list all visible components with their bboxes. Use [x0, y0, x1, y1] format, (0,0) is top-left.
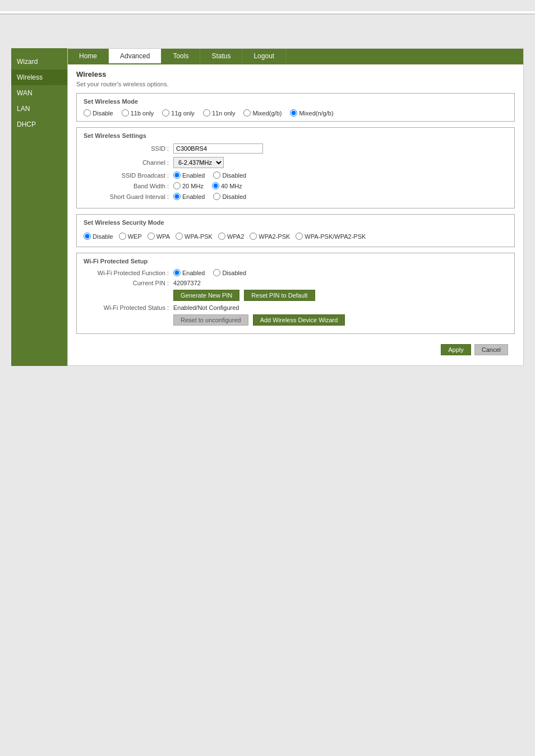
wps-function-label: Wi-Fi Protected Function :: [84, 270, 173, 276]
ssid-label: SSID :: [84, 145, 173, 152]
wps-enabled[interactable]: Enabled: [173, 269, 205, 276]
ssid-row: SSID :: [84, 143, 508, 154]
channel-label: Channel :: [84, 159, 173, 166]
current-pin-value: 42097372: [173, 280, 201, 286]
ssid-broadcast-enabled[interactable]: Enabled: [173, 171, 205, 179]
sec-wpa2[interactable]: WPA2: [218, 233, 244, 240]
sidebar-item-wizard[interactable]: Wizard: [11, 54, 67, 69]
pin-buttons-row: Generate New PIN Reset PIN to Default: [84, 290, 508, 301]
sidebar: Wizard Wireless WAN LAN DHCP: [11, 48, 67, 366]
wps-status-label: Wi-Fi Protected Status :: [84, 304, 173, 311]
cancel-button[interactable]: Cancel: [474, 344, 508, 355]
security-mode-box: Set Wireless Security Mode Disable WEP W…: [76, 214, 515, 247]
ssid-broadcast-row: SSID Broadcast : Enabled Disabled: [84, 171, 508, 179]
pin-buttons-group: Generate New PIN Reset PIN to Default: [173, 290, 315, 301]
wireless-settings-legend: Set Wireless Settings: [84, 132, 508, 139]
band-width-group: 20 MHz 40 MHz: [173, 182, 242, 189]
short-guard-row: Short Guard Interval : Enabled Disabled: [84, 193, 508, 200]
sec-wpa-wpa2-psk[interactable]: WPA-PSK/WPA2-PSK: [296, 233, 366, 240]
wps-function-group: Enabled Disabled: [173, 269, 246, 276]
sec-disable[interactable]: Disable: [84, 233, 113, 240]
top-bar: [0, 11, 535, 15]
security-mode-group: Disable WEP WPA WPA-PSK WPA2: [84, 230, 508, 242]
short-guard-label: Short Guard Interval :: [84, 193, 173, 200]
ssid-broadcast-group: Enabled Disabled: [173, 171, 246, 179]
sidebar-item-dhcp[interactable]: DHCP: [11, 117, 67, 132]
generate-pin-button[interactable]: Generate New PIN: [173, 290, 239, 301]
section-title: Wireless: [76, 70, 515, 78]
wireless-settings-box: Set Wireless Settings SSID : Channel : 6…: [76, 127, 515, 208]
sidebar-item-lan[interactable]: LAN: [11, 101, 67, 117]
wireless-mode-box: Set Wireless Mode Disable 11b only 11g o…: [76, 93, 515, 122]
tab-logout[interactable]: Logout: [242, 49, 286, 63]
mode-11n[interactable]: 11n only: [203, 109, 236, 117]
mode-disable[interactable]: Disable: [84, 109, 113, 117]
sec-wep[interactable]: WEP: [119, 233, 142, 240]
reset-pin-button[interactable]: Reset PIN to Default: [244, 290, 315, 301]
tab-tools[interactable]: Tools: [162, 49, 200, 63]
mode-mixed-ngb[interactable]: Mixed(n/g/b): [290, 109, 333, 117]
apply-button[interactable]: Apply: [441, 344, 471, 355]
wps-disabled[interactable]: Disabled: [213, 269, 246, 276]
wps-function-row: Wi-Fi Protected Function : Enabled Disab…: [84, 269, 508, 276]
wireless-mode-legend: Set Wireless Mode: [84, 98, 508, 105]
channel-select[interactable]: 6-2.437MHz: [173, 157, 224, 168]
security-mode-legend: Set Wireless Security Mode: [84, 219, 508, 226]
content-area: Home Advanced Tools Status Logout Wirele…: [67, 48, 524, 366]
ssid-broadcast-disabled[interactable]: Disabled: [213, 171, 246, 179]
current-pin-row: Current PIN : 42097372: [84, 280, 508, 286]
tab-home[interactable]: Home: [68, 49, 109, 63]
mode-mixed-gb[interactable]: Mixed(g/b): [243, 109, 282, 117]
band-20mhz[interactable]: 20 MHz: [173, 182, 204, 189]
tab-status[interactable]: Status: [200, 49, 242, 63]
section-subtitle: Set your router's wireless options.: [76, 81, 515, 87]
page-wrapper: Wizard Wireless WAN LAN DHCP Home Advanc…: [0, 0, 535, 756]
wireless-mode-group: Disable 11b only 11g only 11n only M: [84, 109, 508, 117]
mode-11g[interactable]: 11g only: [162, 109, 195, 117]
mode-11b[interactable]: 11b only: [122, 109, 154, 117]
bottom-buttons: Apply Cancel: [76, 340, 515, 360]
wps-status-row: Wi-Fi Protected Status : Enabled/Not Con…: [84, 304, 508, 311]
wps-status-value: Enabled/Not Configured: [173, 304, 239, 311]
sec-wpa2-psk[interactable]: WPA2-PSK: [250, 233, 290, 240]
current-pin-label: Current PIN :: [84, 280, 173, 286]
tab-advanced[interactable]: Advanced: [109, 49, 162, 63]
wps-action-buttons-group: Reset to unconfigured Add Wireless Devic…: [173, 314, 345, 326]
channel-row: Channel : 6-2.437MHz: [84, 157, 508, 168]
short-guard-disabled[interactable]: Disabled: [213, 193, 246, 200]
content-body: Wireless Set your router's wireless opti…: [68, 64, 523, 365]
sec-wpa-psk[interactable]: WPA-PSK: [176, 233, 213, 240]
sec-wpa[interactable]: WPA: [147, 233, 170, 240]
wps-action-buttons-row: Reset to unconfigured Add Wireless Devic…: [84, 314, 508, 326]
nav-tabs: Home Advanced Tools Status Logout: [68, 49, 523, 64]
band-40mhz[interactable]: 40 MHz: [212, 182, 242, 189]
short-guard-enabled[interactable]: Enabled: [173, 193, 205, 200]
add-wireless-wizard-button[interactable]: Add Wireless Device Wizard: [253, 314, 345, 326]
ssid-input[interactable]: [173, 143, 263, 154]
ssid-broadcast-label: SSID Broadcast :: [84, 172, 173, 179]
wps-box: Wi-Fi Protected Setup Wi-Fi Protected Fu…: [76, 253, 515, 334]
main-container: Wizard Wireless WAN LAN DHCP Home Advanc…: [11, 48, 524, 366]
short-guard-group: Enabled Disabled: [173, 193, 246, 200]
band-width-label: Band Width :: [84, 183, 173, 189]
sidebar-item-wireless[interactable]: Wireless: [11, 69, 67, 85]
band-width-row: Band Width : 20 MHz 40 MHz: [84, 182, 508, 189]
sidebar-item-wan[interactable]: WAN: [11, 85, 67, 101]
wps-legend: Wi-Fi Protected Setup: [84, 258, 508, 265]
reset-unconfigured-button[interactable]: Reset to unconfigured: [173, 314, 248, 326]
